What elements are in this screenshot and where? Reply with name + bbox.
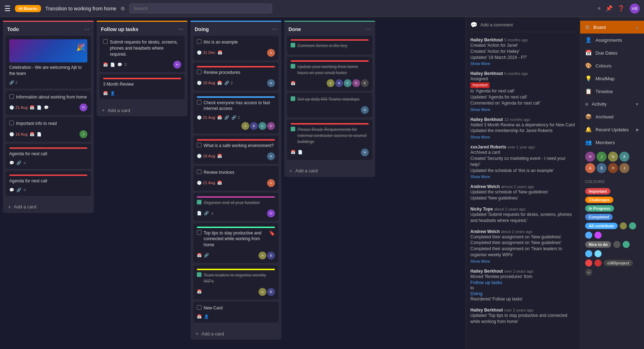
colour-dot[interactable]: [585, 259, 592, 267]
sidebar-item-members[interactable]: 👥Members: [580, 136, 644, 149]
filter-button[interactable]: ≡: [598, 6, 600, 11]
card-new-card[interactable]: New Card📅👤: [193, 302, 278, 323]
member-avatar[interactable]: J: [597, 152, 607, 162]
card-submit-requests[interactable]: Submit requests for desks, screens, phon…: [99, 36, 185, 72]
card-checkbox[interactable]: [197, 170, 201, 174]
add-card-button[interactable]: ＋Add a card: [97, 104, 188, 116]
card-info-working-from-home[interactable]: Information about working from home🕐 21 …: [6, 91, 91, 115]
add-comment-bar[interactable]: 💬 Add a comment: [470, 21, 576, 32]
member-avatar[interactable]: A: [619, 152, 629, 162]
add-card-button[interactable]: ＋Add a card: [190, 328, 281, 340]
colour-tag[interactable]: Important: [585, 188, 610, 194]
card-team-leaders[interactable]: Team leaders to organise weekly WIPs📅AB: [193, 265, 278, 299]
show-more-link[interactable]: Show More: [470, 174, 576, 179]
member-avatar[interactable]: N: [608, 152, 618, 162]
search-input[interactable]: [129, 4, 272, 13]
show-more-link[interactable]: Show More: [470, 135, 576, 139]
card-agenda-2[interactable]: Agenda for next call💬🔗≡: [6, 171, 91, 196]
colour-dot[interactable]: [594, 250, 602, 257]
show-more-link[interactable]: Show More: [470, 61, 576, 66]
colour-dot[interactable]: [594, 259, 602, 267]
calendar-icon: 📅: [291, 150, 296, 155]
card-please-read[interactable]: Please Read: Requirements for external c…: [287, 120, 372, 160]
member-avatar[interactable]: J: [619, 163, 629, 173]
sidebar-item-board[interactable]: ⊞Board▲: [580, 21, 644, 34]
card-checkbox[interactable]: [197, 230, 201, 235]
column-menu-icon[interactable]: ···: [272, 25, 277, 33]
colour-tag-all[interactable]: All contribute: [585, 223, 618, 229]
member-avatar[interactable]: B: [597, 163, 607, 173]
card-checkbox[interactable]: [103, 39, 108, 44]
card-checkbox[interactable]: [291, 64, 295, 69]
show-more-link[interactable]: Show More: [470, 107, 576, 112]
card-safe-working[interactable]: What is a safe working environment?🕐 16 …: [193, 136, 278, 164]
sidebar-item-recent-updates[interactable]: 🔔Recent Updates▶: [580, 123, 644, 136]
member-avatar[interactable]: H: [608, 163, 618, 173]
card-checkbox[interactable]: [197, 100, 201, 105]
card-checkbox[interactable]: [291, 43, 295, 47]
colour-dot[interactable]: [623, 241, 630, 248]
card-checkbox[interactable]: [291, 127, 295, 131]
card-3-month-review[interactable]: 3 Month Review📅👤: [99, 74, 185, 99]
member-avatar[interactable]: A: [585, 163, 595, 173]
sidebar-item-activity[interactable]: ≡Activity▼: [580, 98, 644, 110]
card-title-text: Review invoices: [204, 170, 234, 176]
card-checkbox[interactable]: [291, 96, 295, 101]
show-more-link[interactable]: Show More: [470, 259, 576, 263]
colour-dot[interactable]: [585, 250, 592, 257]
card-checkbox[interactable]: [197, 143, 201, 147]
sidebar-item-archived[interactable]: 📦Archived: [580, 110, 644, 123]
card-check-internet[interactable]: Check everyone has access to fast intern…: [193, 93, 278, 134]
card-checkbox[interactable]: [9, 94, 14, 99]
menu-icon[interactable]: ☰: [4, 4, 11, 13]
app-logo[interactable]: 🗃 Boards: [15, 5, 41, 12]
card-checkbox[interactable]: [197, 200, 201, 204]
card-common-sense[interactable]: Common Sense is the key: [287, 36, 372, 55]
settings-icon[interactable]: ⚙: [121, 6, 125, 11]
card-top-tips[interactable]: Top tips to stay productive and connecte…: [193, 223, 278, 263]
card-update-working-hours[interactable]: Update your working from home hours on y…: [287, 57, 372, 91]
colour-tag[interactable]: In Progress: [585, 205, 614, 212]
card-ms-teams[interactable]: Set up daily MS Teams standupsN: [287, 93, 372, 117]
column-menu-icon[interactable]: ···: [366, 25, 371, 33]
sidebar-item-timeline[interactable]: 📋Timeline: [580, 85, 644, 98]
user-avatar[interactable]: HB: [630, 4, 640, 14]
card-checkbox[interactable]: [197, 39, 201, 44]
add-comment-label[interactable]: Add a comment: [480, 22, 513, 27]
card-checkbox[interactable]: [197, 70, 201, 74]
add-card-button[interactable]: ＋Add a card: [284, 165, 375, 177]
sidebar-item-colours[interactable]: 🎨Colours: [580, 59, 644, 72]
card-celebration[interactable]: Celebration - We are welcoming Ajit to t…: [6, 36, 91, 88]
colour-tag-o365[interactable]: o365project: [604, 260, 633, 266]
card-review-procedures[interactable]: Review procedures🕐 16 Aug📅🔗 2N: [193, 62, 278, 91]
pin-icon[interactable]: 📌: [605, 5, 613, 12]
sidebar-item-mindmap[interactable]: 💡MindMap: [580, 72, 644, 85]
colour-dot[interactable]: [594, 232, 602, 239]
add-card-button[interactable]: ＋Add a card: [3, 201, 94, 213]
add-colour-button[interactable]: +: [585, 269, 592, 276]
member-avatar[interactable]: H: [585, 152, 595, 162]
colour-tag[interactable]: Completed: [585, 214, 613, 220]
colour-tag-nice[interactable]: Nice to do: [585, 241, 611, 248]
card-this-is-example[interactable]: this is an example🕐 31 Dec📅A: [193, 36, 278, 60]
colour-dot[interactable]: [585, 232, 592, 239]
card-checkbox[interactable]: [197, 272, 201, 277]
activity-link[interactable]: Doing: [470, 291, 482, 296]
card-review-invoices[interactable]: Review invoices🕐 21 Aug📅A: [193, 166, 278, 191]
sidebar-item-assignments[interactable]: 👤Assignments: [580, 34, 644, 46]
column-menu-icon[interactable]: ···: [178, 25, 183, 33]
card-checkbox[interactable]: [197, 305, 201, 310]
help-icon[interactable]: ❓: [618, 5, 625, 12]
activity-link[interactable]: Follow up tasks: [470, 280, 502, 285]
column-menu-icon[interactable]: ···: [84, 25, 90, 33]
sidebar-item-due-dates[interactable]: 📅Due Dates: [580, 46, 644, 59]
colour-dot[interactable]: [629, 222, 636, 229]
activity-time: about 2 years ago: [501, 229, 532, 234]
colour-dot[interactable]: [620, 222, 627, 229]
card-checkbox[interactable]: [9, 121, 14, 125]
card-organise-end-year[interactable]: Organise end of year function📄🔗≡H: [193, 193, 278, 221]
card-important-info[interactable]: Important info to read🕐 16 Aug📅📄J: [6, 117, 91, 142]
colour-tag[interactable]: Challenges: [585, 197, 613, 203]
colour-dot[interactable]: [613, 241, 620, 248]
card-agenda-1[interactable]: Agenda for next call💬🔗≡: [6, 144, 91, 169]
